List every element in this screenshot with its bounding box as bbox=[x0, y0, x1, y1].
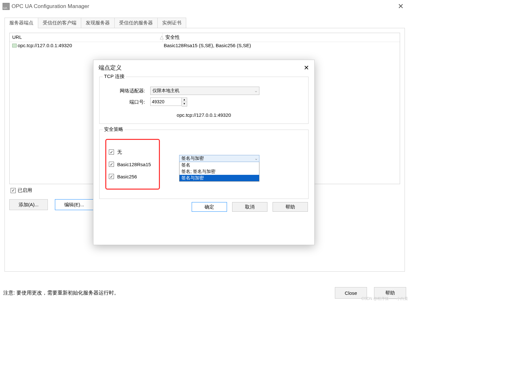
endpoint-definition-dialog: 端点定义 ✕ TCP 连接 网络适配器: 仅限本地主机 ⌵ 端口号: ▲ ▼ bbox=[93, 60, 315, 245]
footer-note: 注意: 要使用更改，需要重新初始化服务器运行时。 bbox=[3, 290, 335, 296]
row-security: Basic128Rsa15 (S,SE), Basic256 (S,SE) bbox=[161, 42, 400, 49]
dialog-title: 端点定义 bbox=[99, 64, 122, 72]
policy-none-checkbox[interactable]: ✓ bbox=[109, 149, 114, 155]
cancel-button[interactable]: 取消 bbox=[232, 202, 267, 212]
tab-instance-cert[interactable]: 实例证书 bbox=[158, 18, 186, 28]
window-title: OPC UA Configuration Manager bbox=[12, 3, 89, 10]
port-label: 端口号: bbox=[105, 99, 150, 105]
app-icon bbox=[3, 3, 10, 10]
tab-trusted-servers[interactable]: 受信任的服务器 bbox=[115, 18, 158, 28]
dialog-title-bar: 端点定义 ✕ bbox=[93, 60, 314, 75]
adapter-select[interactable]: 仅限本地主机 ⌵ bbox=[150, 87, 259, 95]
b128-mode-combo[interactable]: 签名与加密 ⌵ bbox=[179, 155, 259, 162]
close-button[interactable]: Close bbox=[335, 287, 367, 299]
col-url[interactable]: URL bbox=[10, 33, 157, 42]
help-button[interactable]: 帮助 bbox=[374, 287, 406, 299]
combo-option[interactable]: 签名; 签名与加密 bbox=[179, 168, 259, 175]
sort-indicator-icon: △ bbox=[157, 33, 162, 42]
tab-discovery-servers[interactable]: 发现服务器 bbox=[81, 18, 115, 28]
title-bar: OPC UA Configuration Manager ✕ bbox=[0, 0, 409, 13]
main-window: OPC UA Configuration Manager ✕ 服务器端点 受信任… bbox=[0, 0, 409, 302]
window-close-button[interactable]: ✕ bbox=[395, 2, 407, 11]
edit-button[interactable]: 编辑(E)... bbox=[55, 199, 93, 210]
dialog-help-button[interactable]: 帮助 bbox=[273, 202, 308, 212]
port-spinner: ▲ ▼ bbox=[150, 98, 187, 107]
policy-b256-label: Basic256 bbox=[117, 174, 137, 179]
footer-bar: 注意: 要使用更改，需要重新初始化服务器运行时。 Close 帮助 bbox=[0, 284, 409, 302]
policy-highlight: ✓ 无 ✓ Basic128Rsa15 ✓ Basic256 bbox=[105, 139, 160, 190]
port-step-up[interactable]: ▲ bbox=[182, 98, 187, 102]
dialog-close-button[interactable]: ✕ bbox=[304, 64, 309, 72]
list-row[interactable]: opc.tcp://127.0.0.1:49320 Basic128Rsa15 … bbox=[10, 42, 400, 49]
list-header: URL △ 安全性 bbox=[10, 33, 400, 42]
port-step-down[interactable]: ▼ bbox=[182, 102, 187, 106]
chevron-down-icon: ⌵ bbox=[255, 89, 257, 93]
tcp-group-legend: TCP 连接 bbox=[103, 73, 126, 80]
ok-button[interactable]: 确定 bbox=[192, 202, 227, 212]
b128-mode-value: 签名与加密 bbox=[181, 156, 204, 161]
chevron-down-icon: ⌵ bbox=[255, 157, 257, 160]
adapter-label: 网络适配器: bbox=[105, 88, 150, 94]
port-input[interactable] bbox=[150, 98, 182, 106]
row-url: opc.tcp://127.0.0.1:49320 bbox=[18, 43, 72, 48]
dialog-button-row: 确定 取消 帮助 bbox=[93, 202, 308, 212]
security-group-legend: 安全策略 bbox=[103, 126, 125, 132]
enabled-checkbox[interactable]: ✓ bbox=[11, 188, 16, 193]
tab-server-endpoints[interactable]: 服务器端点 bbox=[4, 18, 38, 28]
endpoint-icon bbox=[12, 44, 17, 47]
combo-option[interactable]: 签名 bbox=[179, 162, 259, 168]
add-button[interactable]: 添加(A)... bbox=[9, 199, 48, 210]
policy-b128-label: Basic128Rsa15 bbox=[117, 162, 151, 167]
tab-trusted-clients[interactable]: 受信任的客户端 bbox=[38, 18, 81, 28]
policy-none-label: 无 bbox=[117, 149, 122, 155]
security-group: 安全策略 ✓ 无 ✓ Basic128Rsa15 ✓ Basic256 签名与加… bbox=[99, 130, 309, 199]
enabled-label: 已启用 bbox=[18, 187, 32, 193]
tab-strip: 服务器端点 受信任的客户端 发现服务器 受信任的服务器 实例证书 bbox=[0, 17, 409, 28]
endpoint-url: opc.tcp://127.0.0.1:49320 bbox=[105, 112, 302, 118]
combo-option-selected[interactable]: 签名与加密 bbox=[179, 175, 259, 181]
col-security[interactable]: 安全性 bbox=[162, 33, 400, 42]
policy-b128-checkbox[interactable]: ✓ bbox=[109, 162, 114, 167]
adapter-value: 仅限本地主机 bbox=[153, 88, 179, 94]
policy-b256-checkbox[interactable]: ✓ bbox=[109, 174, 114, 179]
b128-mode-dropdown: 签名 签名; 签名与加密 签名与加密 bbox=[179, 162, 259, 182]
tcp-group: TCP 连接 网络适配器: 仅限本地主机 ⌵ 端口号: ▲ ▼ opc.t bbox=[99, 77, 309, 124]
